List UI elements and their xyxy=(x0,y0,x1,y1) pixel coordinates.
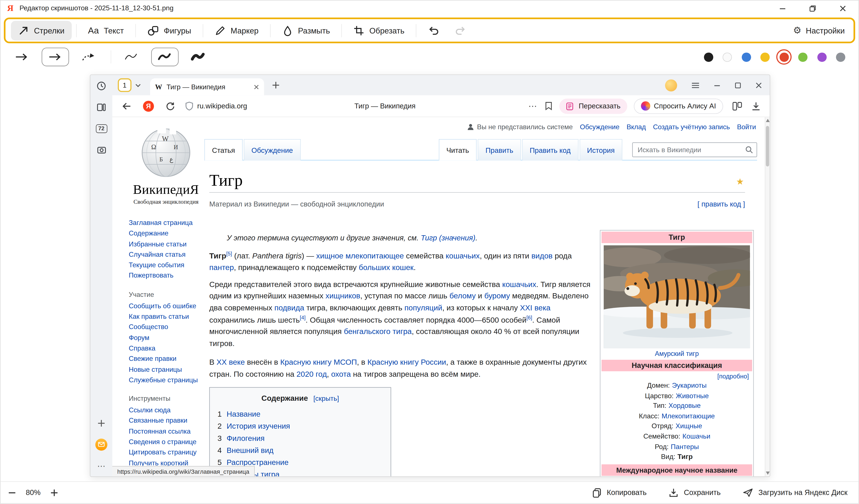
wiki-sidebar-link[interactable]: Служебные страницы xyxy=(129,375,222,385)
taxonomy-value[interactable]: Тигр xyxy=(678,452,693,462)
color-swatch[interactable] xyxy=(836,52,845,62)
copy-button[interactable]: Копировать xyxy=(591,487,647,498)
favorite-star-icon[interactable]: ★ xyxy=(736,176,744,186)
taxonomy-value[interactable]: Пантеры xyxy=(671,442,699,452)
address-more-icon[interactable]: ⋯ xyxy=(528,102,537,110)
taxonomy-value[interactable]: Животные xyxy=(676,391,709,401)
undo-button[interactable] xyxy=(421,20,447,40)
wiki-link[interactable]: больших кошек xyxy=(359,263,413,272)
retell-button[interactable]: Пересказать xyxy=(559,98,627,113)
marker-tool-button[interactable]: Маркер xyxy=(208,20,266,40)
wiki-link[interactable]: XX веке xyxy=(216,358,245,367)
personal-link[interactable]: Вклад xyxy=(627,123,646,131)
captured-browser-screenshot[interactable]: 72 ⋯ 1 W Тигр — Википедия xyxy=(90,75,770,477)
minimize-button[interactable] xyxy=(779,5,786,12)
text-tool-button[interactable]: Аа Текст xyxy=(81,21,131,40)
wikipedia-logo-block[interactable]: Ω W И Б ع ВикипедиЯ Свободная энциклопед… xyxy=(124,124,208,205)
wiki-link[interactable]: [6] xyxy=(526,314,532,320)
toc-hide-link[interactable]: [скрыть] xyxy=(313,395,339,402)
wiki-sidebar-link[interactable]: Постоянная ссылка xyxy=(129,427,222,437)
shapes-tool-button[interactable]: Фигуры xyxy=(140,20,198,40)
arrow-style-curved-dashed[interactable] xyxy=(75,48,103,66)
edit-source-link[interactable]: [ править код ] xyxy=(697,200,745,208)
screenshot-tool-icon[interactable] xyxy=(90,139,112,161)
details-link[interactable]: [подробно] xyxy=(717,373,749,380)
personal-link[interactable]: Обсуждение xyxy=(580,123,619,131)
toc-link[interactable]: Филогения xyxy=(227,434,265,442)
tab-edit-source[interactable]: Править код xyxy=(522,139,578,161)
wiki-link[interactable]: [4] xyxy=(300,314,305,320)
address-domain[interactable]: ru.wikipedia.org xyxy=(197,102,247,110)
sidebar-panels-icon[interactable] xyxy=(90,96,112,118)
alice-avatar-icon[interactable] xyxy=(665,79,677,91)
address-page-title[interactable]: Тигр — Википедия xyxy=(247,102,523,110)
tab-group-chevron-icon[interactable] xyxy=(135,83,141,87)
add-panel-icon[interactable] xyxy=(90,412,112,433)
arrow-style-straight-selected[interactable] xyxy=(42,48,69,66)
redo-button[interactable] xyxy=(447,20,473,40)
wiki-sidebar-link[interactable]: Как править статьи xyxy=(129,312,222,322)
wiki-link[interactable]: хищное млекопитающее xyxy=(316,251,404,260)
zoom-in-button[interactable] xyxy=(50,489,58,497)
toc-item[interactable]: 1Название xyxy=(217,409,383,421)
wiki-link[interactable]: кошачьих xyxy=(502,280,536,289)
wiki-link[interactable]: [5] xyxy=(226,250,232,256)
tab-article[interactable]: Статья xyxy=(205,139,243,161)
wiki-sidebar-link[interactable]: Цитировать страницу xyxy=(129,447,222,458)
browser-close-button[interactable] xyxy=(755,82,762,89)
close-button[interactable] xyxy=(839,5,846,12)
wiki-sidebar-link[interactable]: Содержание xyxy=(129,229,222,239)
wiki-link[interactable]: 2020 год xyxy=(296,370,327,379)
wiki-sidebar-link[interactable]: Сообщить об ошибке xyxy=(129,301,222,311)
arrow-style-straight[interactable] xyxy=(8,48,36,66)
scrollbar-thumb[interactable] xyxy=(766,126,769,167)
taxonomy-value[interactable]: Эукариоты xyxy=(672,381,707,391)
tab-history[interactable]: История xyxy=(579,139,622,161)
wiki-sidebar-link[interactable]: Новые страницы xyxy=(129,365,222,375)
wiki-link[interactable]: бенгальского тигра xyxy=(344,327,412,336)
thickness-thick[interactable] xyxy=(185,48,212,66)
wiki-link[interactable]: белому xyxy=(450,291,476,300)
thickness-medium-selected[interactable] xyxy=(151,48,179,66)
tab-group-number[interactable]: 1 xyxy=(118,78,132,92)
wiki-search-input[interactable] xyxy=(632,142,757,157)
color-swatch[interactable] xyxy=(779,52,788,62)
toc-item[interactable]: 4Внешний вид xyxy=(217,445,383,457)
wiki-sidebar-link[interactable]: Избранные статьи xyxy=(129,239,222,250)
taxonomy-value[interactable]: Кошачьи xyxy=(682,431,710,442)
toc-link[interactable]: Название xyxy=(227,410,260,418)
back-button[interactable] xyxy=(121,101,132,111)
wiki-link[interactable]: XXI века xyxy=(520,303,551,312)
toc-link[interactable]: Внешний вид xyxy=(227,446,273,454)
wiki-link[interactable]: популяций xyxy=(404,303,442,312)
personal-link[interactable]: Создать учётную запись xyxy=(653,123,730,131)
thickness-thin[interactable] xyxy=(118,48,145,66)
wiki-link[interactable]: Красную книгу России xyxy=(367,358,446,367)
tab-discussion[interactable]: Обсуждение xyxy=(244,139,301,161)
wiki-link[interactable]: Тигр (значения) xyxy=(421,234,476,242)
history-clock-icon[interactable] xyxy=(90,75,112,96)
color-swatch[interactable] xyxy=(798,52,808,62)
tiger-photo[interactable] xyxy=(604,245,750,348)
maximize-button[interactable] xyxy=(809,5,816,12)
upload-to-disk-button[interactable]: Загрузить на Яндекс Диск xyxy=(743,487,848,498)
toc-link[interactable]: История изучения xyxy=(227,422,290,430)
color-swatch[interactable] xyxy=(704,52,713,62)
personal-link[interactable]: Войти xyxy=(737,123,756,131)
search-icon[interactable] xyxy=(745,146,753,154)
toc-item[interactable]: 2История изучения xyxy=(217,421,383,432)
wiki-sidebar-link[interactable]: Справка xyxy=(129,343,222,354)
caption-link[interactable]: Амурский тигр xyxy=(655,350,699,357)
reload-icon[interactable] xyxy=(165,101,175,111)
color-swatch[interactable] xyxy=(723,52,732,62)
sidebar-overflow-icon[interactable]: ⋯ xyxy=(90,455,112,476)
toc-item[interactable]: 3Филогения xyxy=(217,433,383,445)
tab-counter-badge[interactable]: 72 xyxy=(90,118,112,139)
scroll-up-icon[interactable] xyxy=(765,119,770,122)
tab-edit[interactable]: Править xyxy=(478,139,521,161)
editor-canvas[interactable]: 72 ⋯ 1 W Тигр — Википедия xyxy=(1,68,859,481)
wiki-sidebar-link[interactable]: Заглавная страница xyxy=(129,218,222,228)
zoom-out-button[interactable] xyxy=(8,489,16,497)
wiki-sidebar-link[interactable]: Пожертвовать xyxy=(129,271,222,281)
wiki-sidebar-link[interactable]: Сообщество xyxy=(129,322,222,333)
